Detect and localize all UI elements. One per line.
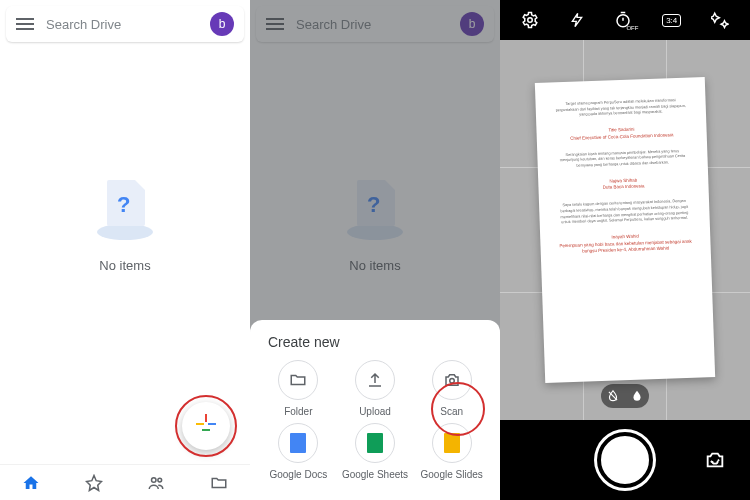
avatar[interactable]: b: [210, 12, 234, 36]
search-placeholder: Search Drive: [46, 17, 198, 32]
drop-on-icon: [630, 389, 644, 403]
timer-icon[interactable]: OFF: [614, 11, 632, 29]
plus-icon: [196, 414, 216, 434]
sheets-icon: [355, 423, 395, 463]
effects-icon[interactable]: [711, 11, 729, 29]
tab-files[interactable]: [188, 465, 251, 500]
filter-toggle[interactable]: [601, 384, 649, 408]
create-upload[interactable]: Upload: [337, 360, 414, 417]
flash-icon[interactable]: [569, 11, 585, 29]
aspect-icon[interactable]: 3:4: [662, 14, 681, 27]
scan-camera-pane: OFF 3:4 Target utama program PerpuSeru a…: [500, 0, 750, 500]
create-folder[interactable]: Folder: [260, 360, 337, 417]
tab-shared[interactable]: [125, 465, 188, 500]
create-docs[interactable]: Google Docs: [260, 423, 337, 480]
create-slides[interactable]: Google Slides: [413, 423, 490, 480]
create-new-sheet: Create new Folder Upload Scan Google Doc…: [250, 320, 500, 500]
folder-icon: [210, 474, 228, 492]
slides-icon: [432, 423, 472, 463]
create-sheets[interactable]: Google Sheets: [337, 423, 414, 480]
sheet-title: Create new: [260, 334, 490, 350]
svg-point-0: [152, 477, 157, 482]
tab-starred[interactable]: [63, 465, 126, 500]
scanned-document: Target utama program PerpuSeru adalah me…: [535, 77, 715, 383]
folder-icon: [278, 360, 318, 400]
create-scan[interactable]: Scan: [413, 360, 490, 417]
menu-icon[interactable]: [16, 18, 34, 30]
tab-home[interactable]: [0, 465, 63, 500]
search-bar[interactable]: Search Drive b: [6, 6, 244, 42]
drive-home-pane: Search Drive b ? No items: [0, 0, 250, 500]
upload-icon: [355, 360, 395, 400]
shutter-button[interactable]: [597, 432, 653, 488]
no-items-label: No items: [99, 258, 150, 273]
star-icon: [85, 474, 103, 492]
bottom-nav: [0, 464, 250, 500]
svg-point-1: [158, 478, 162, 482]
drop-off-icon: [606, 389, 620, 403]
camera-controls: [500, 420, 750, 500]
viewfinder[interactable]: Target utama program PerpuSeru adalah me…: [500, 40, 750, 420]
camera-icon: [432, 360, 472, 400]
docs-icon: [278, 423, 318, 463]
svg-point-3: [528, 18, 533, 23]
switch-camera-icon[interactable]: [704, 449, 726, 471]
empty-state: ? No items: [0, 180, 250, 273]
settings-icon[interactable]: [521, 11, 539, 29]
svg-point-2: [449, 379, 454, 384]
home-icon: [22, 474, 40, 492]
create-fab[interactable]: [182, 402, 230, 450]
people-icon: [146, 474, 166, 492]
drive-create-sheet-pane: Search Drive b ? No items Create new Fol…: [250, 0, 500, 500]
camera-toolbar: OFF 3:4: [500, 0, 750, 40]
empty-file-illustration: ?: [85, 180, 165, 250]
